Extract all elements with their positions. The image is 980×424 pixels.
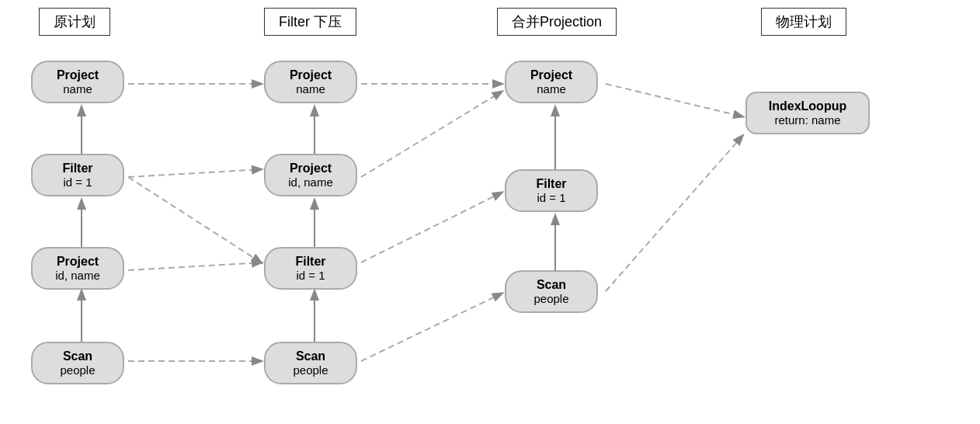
svg-line-18 (606, 136, 742, 291)
col2-node1: Project name (264, 61, 357, 103)
col3-node1: Project name (505, 61, 598, 103)
svg-line-17 (606, 84, 742, 116)
col1-node2: Filter id = 1 (31, 154, 124, 196)
col1-node1: Project name (31, 61, 124, 103)
col2-node3: Filter id = 1 (264, 247, 357, 290)
col4-node1: IndexLoopup return: name (745, 92, 870, 134)
svg-line-14 (361, 193, 502, 262)
header-col2: Filter 下压 (264, 8, 356, 36)
header-col1: 原计划 (39, 8, 110, 36)
header-col4: 物理计划 (761, 8, 846, 36)
svg-line-12 (128, 177, 261, 262)
col1-node4: Scan people (31, 342, 124, 384)
svg-line-9 (128, 169, 261, 177)
col2-node4: Scan people (264, 342, 357, 384)
col2-node2: Project id, name (264, 154, 357, 196)
col3-node2: Filter id = 1 (505, 169, 598, 212)
col3-node3: Scan people (505, 270, 598, 313)
svg-line-10 (128, 262, 261, 270)
svg-line-15 (361, 294, 502, 361)
diagram-container: 原计划 Filter 下压 合并Projection 物理计划 Project … (0, 0, 980, 424)
col1-node3: Project id, name (31, 247, 124, 290)
arrows-svg (0, 0, 980, 424)
header-col3: 合并Projection (497, 8, 617, 36)
svg-line-16 (361, 92, 502, 177)
